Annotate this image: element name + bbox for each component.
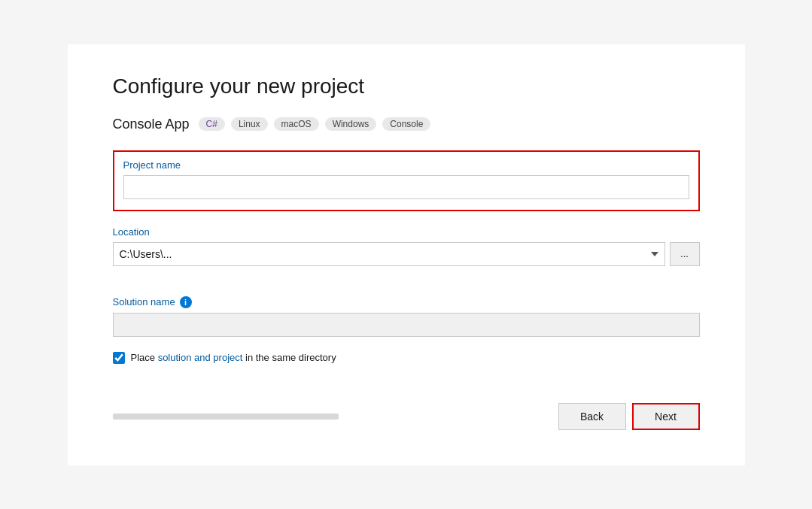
solution-name-info-icon[interactable]: i bbox=[180, 296, 192, 308]
project-type-label: Console App bbox=[113, 117, 190, 132]
location-select[interactable]: C:\Users\... bbox=[113, 242, 665, 266]
bottom-bar: Back Next bbox=[113, 403, 700, 430]
location-row: C:\Users\... ... bbox=[113, 242, 700, 266]
same-directory-checkbox-row: Place solution and project in the same d… bbox=[113, 352, 700, 364]
tag-csharp: C# bbox=[199, 117, 225, 131]
location-field-group: Location C:\Users\... ... bbox=[113, 226, 700, 281]
solution-name-input[interactable] bbox=[113, 313, 700, 337]
location-label: Location bbox=[113, 226, 700, 238]
browse-button[interactable]: ... bbox=[670, 242, 700, 266]
next-button[interactable]: Next bbox=[632, 403, 700, 430]
configure-project-dialog: Configure your new project Console App C… bbox=[68, 44, 745, 465]
project-name-field-group: Project name bbox=[113, 150, 700, 211]
solution-name-label: Solution name i bbox=[113, 296, 700, 308]
same-directory-checkbox[interactable] bbox=[113, 352, 125, 364]
back-button[interactable]: Back bbox=[558, 403, 626, 430]
tag-console: Console bbox=[382, 117, 430, 131]
project-name-input[interactable] bbox=[123, 175, 689, 199]
button-row: Back Next bbox=[558, 403, 700, 430]
tag-linux: Linux bbox=[231, 117, 268, 131]
page-title: Configure your new project bbox=[113, 74, 700, 98]
tag-windows: Windows bbox=[325, 117, 377, 131]
tag-macos: macOS bbox=[274, 117, 319, 131]
project-type-row: Console App C# Linux macOS Windows Conso… bbox=[113, 117, 700, 132]
progress-bar-placeholder bbox=[113, 414, 339, 420]
project-name-label: Project name bbox=[123, 159, 689, 171]
solution-name-field-group: Solution name i bbox=[113, 296, 700, 337]
same-directory-label[interactable]: Place solution and project in the same d… bbox=[131, 352, 336, 363]
